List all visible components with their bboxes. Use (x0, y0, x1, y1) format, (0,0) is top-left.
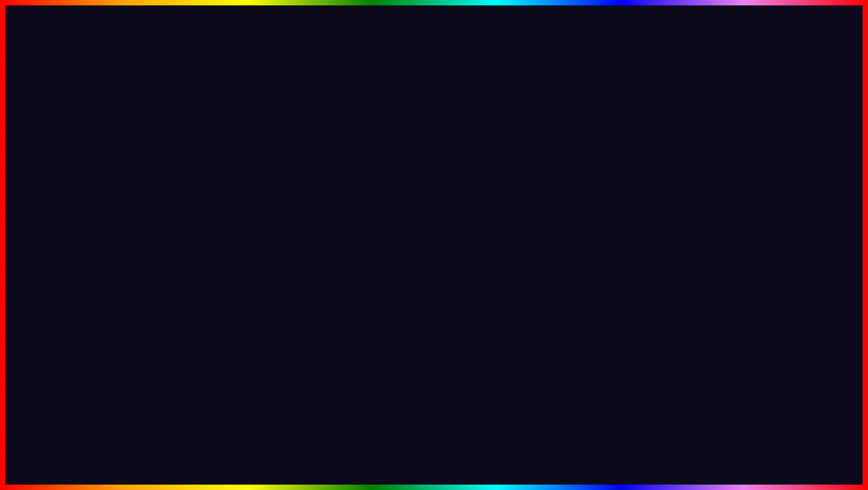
green-shop-icon: 🛒 (289, 245, 297, 252)
front-sidebar-players[interactable]: 👥 Players (217, 235, 266, 249)
green-sidebar-genneral-label: Genneral (300, 187, 322, 194)
green-auto-raid-hop-label: Auto Raid Hop (354, 188, 389, 194)
front-home-icon: 🏠 (221, 138, 229, 145)
bf-logo: BL●X ☠ FRUITS (733, 391, 832, 463)
green-sidebar-fruit[interactable]: 🍎 Fruit (284, 227, 333, 241)
front-hub-title: HUB (246, 121, 260, 129)
green-auto-aweak-bar: Auto Aweak (350, 214, 512, 226)
green-panel-header: Makori HUB Version|X เวอร์ชั่นเอ็กซ์ (284, 167, 534, 182)
front-gear-icon: ⚙ (221, 166, 229, 174)
green-sidebar-genneral[interactable]: 🏠 Genneral (284, 183, 333, 198)
front-sidebar-teleport-label: Teleport (232, 224, 251, 231)
green-auto-raid-normal-row: M Auto Raid Normal [One Click] (338, 200, 530, 211)
front-auto-farm-bar: Auto Farm (282, 136, 436, 147)
green-auto-raid-normal-label: Auto Raid Normal [One Click] (354, 202, 425, 209)
front-raid-icon: ⚔ (221, 209, 229, 217)
front-auto-farm-row: M Auto Farm (270, 136, 454, 147)
green-auto-raid-hop-row: M Auto Raid Hop (338, 185, 530, 197)
green-sidebar-miscfarm[interactable]: ⚙ MiscFarm (284, 212, 333, 227)
green-get-fruit-bar: Get Fruit Inventory (350, 242, 512, 254)
front-panel-header: Makori HUB Version|X เวอร์ชั่นเอ็กซ์ (217, 118, 458, 132)
green-content-area: M Auto Raid Hop M Auto Raid Normal [One … (334, 182, 534, 352)
front-sidebar-shop[interactable]: 🛒 Shop (217, 192, 266, 206)
front-auto-melee-label: Auto 600 Mas Melee (286, 153, 335, 159)
front-sidebar-miscfarm[interactable]: ⚙ MiscFarm (217, 163, 266, 177)
front-m-badge-3: M (270, 165, 280, 175)
free-nokey-section: FREE NO KEY‼ (520, 166, 670, 238)
green-sidebar-miscfarm-label: MiscFarm (300, 216, 323, 223)
front-sidebar: 🏠 Genneral 📈 Stats ⚙ MiscFarm 🍎 Fruit 🛒 (217, 132, 266, 303)
front-sidebar-stats[interactable]: 📈 Stats (217, 148, 266, 163)
android-checkmark: ✔ (192, 245, 219, 282)
front-sidebar-shop-label: Shop (232, 196, 245, 202)
update-word: UPDATE (145, 417, 308, 463)
green-fruit-icon: 🍎 (290, 230, 298, 237)
front-sidebar-teleport[interactable]: 📍 Teleport (217, 220, 266, 235)
green-auto-aweak-row: M Auto Aweak (338, 214, 530, 226)
green-players-icon: 👥 (289, 288, 297, 295)
front-fruit-icon: 🍎 (222, 181, 230, 188)
green-auto-raid-hop-bar: Auto Raid Hop (350, 185, 512, 197)
update-pastebin: PASTEBIN (522, 417, 723, 463)
green-sidebar-stats[interactable]: 📈 Stats (284, 198, 333, 212)
front-players-icon: 👥 (221, 238, 229, 245)
title-fruits: FRUITS (445, 13, 724, 94)
front-m-badge-1: M (270, 137, 280, 147)
update-script: SCRIPT (367, 417, 515, 463)
mobile-text: MOBILE ✔ (36, 202, 219, 240)
green-sidebar-fruit-label: Fruit (300, 231, 311, 237)
bf-skull: ☠ (773, 415, 793, 441)
front-sidebar-stats-label: Stats (232, 152, 244, 159)
front-makori-title: Makori (222, 121, 242, 129)
green-m-badge-3: M (338, 215, 348, 225)
front-sidebar-raid-label: Raid (232, 210, 243, 216)
green-auto-raid-normal-bar: Auto Raid Normal [One Click] (350, 200, 512, 211)
front-sidebar-fruit-label: Fruit (233, 181, 244, 187)
green-get-fruit-label: Get Fruit Inventory (354, 245, 398, 251)
free-text: FREE (520, 166, 670, 205)
android-text: ANDROID ✔ (36, 245, 219, 282)
green-home-icon: 🏠 (289, 187, 297, 194)
front-teleport-icon: 📍 (221, 224, 229, 231)
bf-logo-bg: BL●X ☠ FRUITS (733, 391, 832, 463)
green-get-fruit-toggle[interactable] (514, 243, 530, 252)
mobile-label: MOBILE (36, 203, 162, 240)
front-auto-farm-toggle[interactable] (438, 137, 454, 146)
green-select-dungeon-row[interactable]: Select Dungeon : ▾ (338, 228, 530, 239)
front-sidebar-miscfarm-label: MiscFarm (232, 167, 256, 173)
front-sidebar-raid[interactable]: ⚔ Raid (217, 206, 266, 220)
green-teleport-lab-label: Teleport to Lab (416, 259, 452, 266)
green-sidebar-players[interactable]: 👥 Players (284, 284, 333, 298)
front-stats-icon: 📈 (221, 152, 229, 159)
mobile-android-section: MOBILE ✔ ANDROID ✔ (36, 202, 219, 282)
green-sidebar-raid[interactable]: ⚔ Raid (284, 255, 333, 270)
green-get-fruit-row: M Get Fruit Inventory (338, 242, 530, 254)
green-get-fruit-knob (522, 244, 529, 251)
green-teleport-lab-button[interactable]: Teleport to Lab (338, 256, 530, 269)
green-sidebar-teleport[interactable]: 📍 Teleport (284, 270, 333, 284)
front-sidebar-genneral[interactable]: 🏠 Genneral (217, 134, 266, 148)
green-select-dungeon-label: Select Dungeon : (342, 231, 384, 237)
android-label: ANDROID (36, 245, 187, 282)
green-sidebar-shop-label: Shop (300, 245, 312, 251)
green-sidebar-shop[interactable]: 🛒 Shop (284, 241, 333, 255)
green-sidebar-players-label: Players (300, 288, 318, 294)
green-stats-icon: 📈 (289, 201, 297, 209)
green-gear-icon: ⚙ (289, 216, 297, 223)
front-sidebar-players-label: Players (232, 239, 250, 245)
green-m-badge-4: M (338, 243, 348, 253)
front-shop-icon: 🛒 (221, 195, 229, 202)
bf-logo-bottom: FRUITS (762, 441, 804, 454)
green-panel-body: 🏠 Genneral 📈 Stats ⚙ MiscFarm 🍎 Fruit 🛒 (284, 182, 534, 352)
mobile-checkmark: ✔ (166, 202, 193, 240)
update-section: UPDATE 20 SCRIPT PASTEBIN (145, 417, 724, 463)
green-sidebar-teleport-label: Teleport (300, 274, 319, 280)
green-sidebar-stats-label: Stats (300, 202, 312, 208)
front-auto-farm-label: Auto Farm (286, 138, 311, 145)
green-teleport-icon: 📍 (289, 273, 297, 281)
green-sidebar-raid-label: Raid (300, 259, 311, 266)
green-raid-icon: ⚔ (289, 259, 297, 266)
front-auto-farm-knob (446, 138, 453, 145)
green-teleport-lab-row: Teleport to Lab (338, 256, 530, 269)
front-sidebar-fruit[interactable]: 🍎 Fruit (217, 177, 266, 192)
